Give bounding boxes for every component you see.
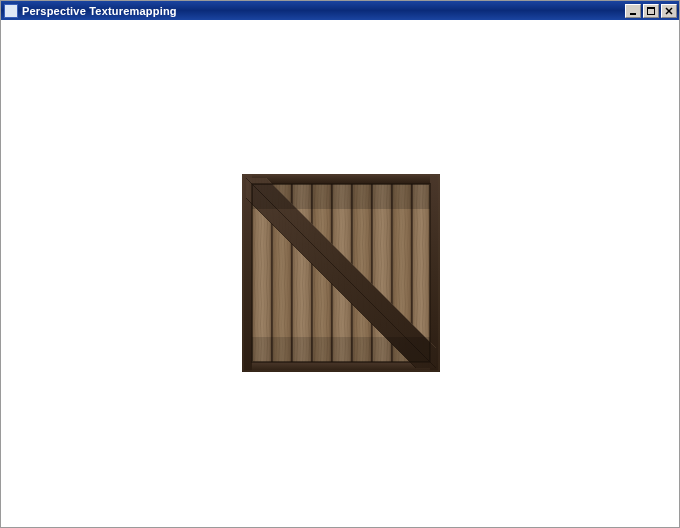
rendered-crate	[242, 174, 440, 372]
svg-rect-2	[647, 7, 655, 9]
maximize-button[interactable]	[643, 4, 659, 18]
client-area	[1, 20, 679, 527]
maximize-icon	[647, 7, 655, 15]
svg-rect-46	[252, 337, 430, 362]
application-window: Perspective Texturemapping	[0, 0, 680, 528]
close-button[interactable]	[661, 4, 677, 18]
svg-rect-45	[252, 184, 430, 209]
minimize-button[interactable]	[625, 4, 641, 18]
window-controls	[625, 4, 677, 18]
close-icon	[665, 7, 673, 15]
titlebar[interactable]: Perspective Texturemapping	[1, 1, 679, 20]
svg-rect-7	[242, 362, 440, 372]
svg-rect-0	[630, 13, 636, 15]
minimize-icon	[629, 7, 637, 15]
svg-rect-8	[242, 174, 252, 372]
svg-rect-9	[430, 174, 440, 372]
system-menu-icon[interactable]	[4, 4, 18, 18]
svg-rect-6	[242, 174, 440, 184]
window-title: Perspective Texturemapping	[22, 5, 177, 17]
